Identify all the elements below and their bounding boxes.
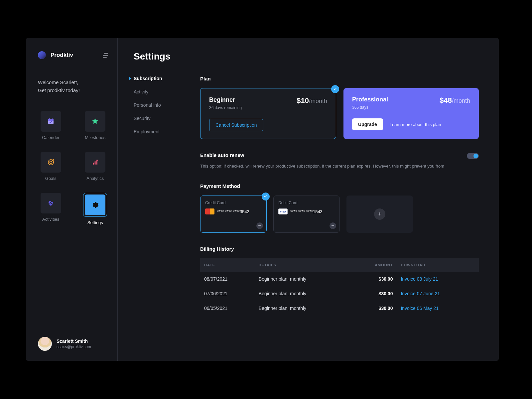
cell-amount: $30.00: [351, 301, 397, 316]
col-details: DETAILS: [255, 258, 351, 272]
plan-period: /month: [452, 97, 470, 104]
add-payment-card[interactable]: +: [346, 196, 413, 233]
cell-date: 07/06/2021: [200, 286, 255, 301]
col-amount: AMOUNT: [351, 258, 397, 272]
plan-section-title: Plan: [200, 76, 479, 81]
sidebar-grid: Calender Milestones Goals Analytics Acti…: [38, 111, 108, 225]
cell-amount: $30.00: [351, 286, 397, 301]
sidebar-item-label: Settings: [87, 220, 103, 225]
svg-rect-7: [95, 161, 96, 165]
sidebar-item-label: Milestones: [85, 135, 105, 140]
plan-subtext: 365 days: [352, 105, 388, 110]
payment-card-credit[interactable]: Credit Card **** **** ****3542 −: [200, 196, 267, 233]
plan-price: $48/month: [440, 96, 470, 105]
cancel-subscription-button[interactable]: Cancel Subscription: [209, 119, 263, 131]
cell-details: Beginner plan, monthly: [255, 301, 351, 316]
auto-renew-title: Enable auto renew: [200, 152, 457, 158]
sidebar-item-label: Analytics: [86, 176, 104, 181]
avatar: [38, 337, 52, 351]
subnav-item-employment[interactable]: Employment: [134, 129, 180, 134]
subnav-item-subscription[interactable]: Subscription: [134, 76, 180, 81]
heart-icon: [47, 199, 55, 207]
sidebar-item-label: Activities: [42, 217, 59, 222]
billing-table: DATE DETAILS AMOUNT DOWNLOAD 08/07/2021 …: [200, 258, 479, 316]
star-icon: [91, 117, 99, 125]
plus-icon: +: [374, 208, 385, 220]
svg-rect-3: [52, 118, 53, 120]
auto-renew-section: Enable auto renew This option; if checke…: [200, 152, 479, 170]
table-row: 07/06/2021 Beginner plan, monthly $30.00…: [200, 286, 479, 301]
col-download: DOWNLOAD: [397, 258, 479, 272]
sidebar-item-calendar[interactable]: Calender: [38, 111, 64, 140]
welcome-line1: Welcome Scarlett,: [38, 78, 108, 86]
payment-card-number: **** **** ****3542: [217, 209, 249, 214]
settings-subnav: Subscription Activity Personal info Secu…: [134, 76, 180, 316]
payment-section: Payment Method Credit Card **** **** ***…: [200, 183, 479, 233]
sidebar-item-milestones[interactable]: Milestones: [82, 111, 108, 140]
learn-more-link[interactable]: Learn more about this plan: [390, 122, 441, 127]
table-row: 06/05/2021 Beginner plan, monthly $30.00…: [200, 301, 479, 316]
check-icon: [331, 85, 339, 93]
cell-details: Beginner plan, monthly: [255, 286, 351, 301]
subnav-item-personal-info[interactable]: Personal info: [134, 102, 180, 108]
sidebar-item-activities[interactable]: Activities: [38, 193, 64, 225]
invoice-link[interactable]: Invoice 07 June 21: [401, 291, 440, 296]
remove-card-button[interactable]: −: [330, 222, 336, 229]
invoice-link[interactable]: Invoice 06 May 21: [401, 306, 439, 311]
calendar-icon: [47, 117, 55, 125]
bars-icon: [91, 158, 99, 166]
plan-name: Beginner: [209, 96, 242, 103]
subnav-item-security[interactable]: Security: [134, 116, 180, 121]
svg-rect-6: [93, 163, 94, 165]
billing-section-title: Billing History: [200, 246, 479, 252]
payment-card-number: **** **** ****1543: [290, 209, 323, 214]
upgrade-button[interactable]: Upgrade: [352, 118, 383, 130]
table-header: DATE DETAILS AMOUNT DOWNLOAD: [200, 258, 479, 272]
payment-card-type: Credit Card: [205, 200, 262, 205]
target-icon: [47, 158, 55, 166]
profile[interactable]: Scarlett Smith scar.s@proktiv.com: [38, 337, 108, 351]
welcome-text: Welcome Scarlett, Get prodktiv today!: [38, 78, 108, 94]
plan-card-professional[interactable]: Professional 365 days $48/month Upgrade …: [343, 88, 479, 139]
check-icon: [262, 193, 270, 200]
plans-row: Beginner 36 days remaining $10/month Can…: [200, 88, 479, 139]
gear-icon: [91, 201, 99, 209]
mastercard-icon: [205, 208, 214, 214]
sidebar-item-label: Calender: [42, 135, 60, 140]
brand: Prodktiv: [38, 51, 108, 59]
menu-icon[interactable]: [103, 53, 108, 58]
brand-logo-icon: [38, 51, 46, 59]
main: Settings Subscription Activity Personal …: [118, 38, 499, 361]
page-title: Settings: [134, 51, 479, 62]
plan-name: Professional: [352, 96, 388, 103]
sidebar: Prodktiv Welcome Scarlett, Get prodktiv …: [26, 38, 118, 361]
sidebar-item-settings[interactable]: Settings: [82, 193, 108, 225]
plan-subtext: 36 days remaining: [209, 105, 242, 110]
subnav-item-activity[interactable]: Activity: [134, 89, 180, 94]
app-window: Prodktiv Welcome Scarlett, Get prodktiv …: [26, 38, 499, 361]
content: Plan Beginner 36 days remaining $10/mont…: [200, 76, 479, 316]
cell-amount: $30.00: [351, 272, 397, 286]
plan-period: /month: [309, 98, 327, 104]
svg-rect-1: [48, 119, 54, 121]
payment-card-type: Debit Card: [278, 200, 335, 205]
table-row: 08/07/2021 Beginner plan, monthly $30.00…: [200, 272, 479, 286]
sidebar-item-analytics[interactable]: Analytics: [82, 152, 108, 181]
col-date: DATE: [200, 258, 255, 272]
svg-rect-2: [49, 118, 50, 120]
auto-renew-toggle[interactable]: [467, 153, 479, 159]
welcome-line2: Get prodktiv today!: [38, 86, 108, 94]
cell-date: 08/07/2021: [200, 272, 255, 286]
toggle-knob: [473, 154, 478, 158]
auto-renew-description: This option; if checked, will renew your…: [200, 163, 453, 170]
invoice-link[interactable]: Invoice 08 July 21: [401, 276, 438, 282]
remove-card-button[interactable]: −: [256, 222, 263, 229]
profile-email: scar.s@proktiv.com: [57, 344, 91, 349]
payment-card-debit[interactable]: Debit Card VISA **** **** ****1543 −: [273, 196, 340, 233]
visa-icon: VISA: [278, 208, 288, 214]
brand-name: Prodktiv: [51, 52, 73, 59]
plan-card-current[interactable]: Beginner 36 days remaining $10/month Can…: [200, 88, 336, 139]
payment-section-title: Payment Method: [200, 183, 479, 189]
sidebar-item-goals[interactable]: Goals: [38, 152, 64, 181]
sidebar-item-label: Goals: [45, 176, 57, 181]
